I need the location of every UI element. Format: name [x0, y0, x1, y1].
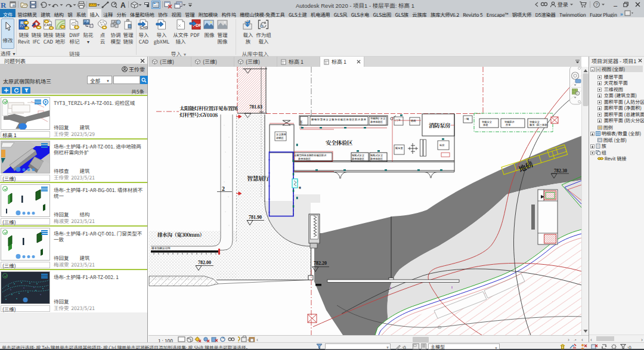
svg-text:教育体验区: 教育体验区: [352, 157, 365, 160]
svg-text:安全体验区: 安全体验区: [326, 138, 353, 147]
svg-text:1800: 1800: [259, 110, 264, 113]
svg-text:教育体验区: 教育体验区: [298, 157, 311, 160]
svg-text:782.30: 782.30: [554, 168, 567, 174]
svg-text:作业: 作业: [506, 123, 511, 126]
svg-text:CAD: CAD: [44, 23, 51, 27]
svg-text:排水沟做法详图: 排水沟做法详图: [151, 246, 171, 250]
svg-text:782.20: 782.20: [314, 261, 327, 266]
svg-text:智慧展厅: 智慧展厅: [247, 174, 270, 182]
svg-text:门卫: 门卫: [395, 118, 401, 122]
svg-text:教育体验区: 教育体验区: [370, 157, 383, 160]
svg-text:781.63: 781.63: [249, 104, 262, 110]
svg-text:781.90: 781.90: [249, 215, 262, 220]
svg-text:R: R: [1, 1, 7, 9]
svg-text:值班: 值班: [411, 119, 416, 122]
svg-text:A: A: [120, 1, 126, 8]
svg-text:御峰智慧建安全服务样板区体验区联合教育: 御峰智慧建安全服务样板区体验区联合教育: [311, 117, 366, 121]
svg-text:服务（联三体验）: 服务（联三体验）: [530, 123, 550, 126]
svg-text:体验: 体验: [483, 123, 488, 126]
svg-text:教育体验区: 教育体验区: [370, 120, 383, 123]
svg-text:讲解区: 讲解区: [276, 136, 284, 140]
svg-text:排水沟（宽300mm）: 排水沟（宽300mm）: [157, 231, 205, 238]
svg-text:2: 2: [222, 185, 225, 192]
svg-text:消防泵房: 消防泵房: [429, 121, 451, 129]
svg-text:库房: 库房: [439, 143, 445, 147]
svg-text:灯杆型号:GY0108: 灯杆型号:GY0108: [179, 111, 218, 118]
svg-text:一键: 一键: [464, 117, 469, 120]
svg-text:R: R: [20, 20, 24, 26]
svg-text:CAD: CAD: [141, 26, 148, 29]
svg-text:配电室: 配电室: [395, 146, 403, 150]
svg-text:782.00: 782.00: [198, 260, 211, 265]
svg-text:?: ?: [595, 2, 598, 7]
